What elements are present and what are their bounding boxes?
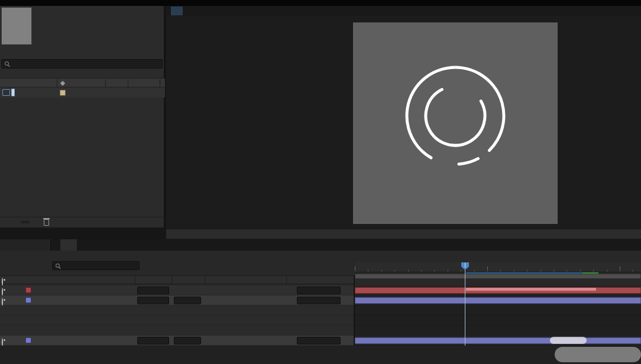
trkmat-dropdown[interactable] xyxy=(174,297,201,304)
timeline-column-header xyxy=(0,275,354,284)
parent-dropdown[interactable] xyxy=(297,287,341,294)
project-footer-toolbar xyxy=(0,217,165,227)
timeline-empty-area xyxy=(0,346,641,364)
comp-thumbnail xyxy=(1,7,32,45)
after-effects-window xyxy=(0,0,641,364)
search-icon xyxy=(4,61,10,67)
layer-label-chip[interactable] xyxy=(25,287,31,293)
layer-bar[interactable] xyxy=(355,297,641,304)
type-tag-icon xyxy=(60,81,65,86)
layer-bar[interactable] xyxy=(355,287,641,294)
property-row-offset[interactable] xyxy=(0,326,641,336)
color-depth-label[interactable] xyxy=(21,221,30,223)
layer-row-2[interactable] xyxy=(0,295,641,306)
keyframe-track[interactable] xyxy=(355,306,641,316)
property-row-start[interactable] xyxy=(0,306,641,316)
keyframe-track[interactable] xyxy=(355,326,641,336)
delete-icon[interactable] xyxy=(44,219,49,226)
timeline-ruler[interactable] xyxy=(355,262,641,272)
eye-column-icon xyxy=(2,278,3,286)
layer-row-1[interactable] xyxy=(0,285,641,295)
parent-dropdown[interactable] xyxy=(297,337,341,344)
layer-track[interactable] xyxy=(355,295,641,306)
composition-canvas[interactable] xyxy=(166,16,641,229)
list-track-divider[interactable] xyxy=(354,275,355,346)
blend-mode-dropdown[interactable] xyxy=(137,337,169,344)
project-search-input[interactable] xyxy=(1,59,163,69)
watermark-artifact xyxy=(555,347,641,362)
timeline-tab-bar xyxy=(0,239,641,251)
visibility-eye-icon[interactable] xyxy=(2,338,3,346)
search-icon xyxy=(55,263,61,269)
layer-bar-highlight xyxy=(466,288,596,291)
composition-viewer-panel xyxy=(166,6,641,239)
viewer-toolbar xyxy=(166,229,641,239)
composition-frame xyxy=(353,22,558,224)
loading-spinner-graphic xyxy=(353,22,558,224)
playhead-line[interactable] xyxy=(465,262,465,346)
project-panel xyxy=(0,6,165,228)
parent-dropdown[interactable] xyxy=(297,297,341,304)
blend-mode-dropdown[interactable] xyxy=(137,297,169,304)
visibility-eye-icon[interactable] xyxy=(2,298,3,306)
layer-label-chip[interactable] xyxy=(25,297,31,303)
selection-highlight-artifact xyxy=(550,337,587,344)
trkmat-dropdown[interactable] xyxy=(174,337,201,344)
item-name-field[interactable] xyxy=(11,89,15,96)
keyframe-track[interactable] xyxy=(355,316,641,326)
viewer-tab-bar xyxy=(166,6,641,16)
layer-bar[interactable] xyxy=(355,337,641,344)
layer-track[interactable] xyxy=(355,336,641,346)
timeline-search-input[interactable] xyxy=(52,261,140,270)
visibility-eye-icon[interactable] xyxy=(2,288,3,296)
project-item-row[interactable] xyxy=(0,87,165,98)
property-row-end[interactable] xyxy=(0,316,641,326)
blend-mode-dropdown[interactable] xyxy=(137,287,169,294)
tab-render-queue[interactable] xyxy=(0,239,51,251)
tab-composition[interactable] xyxy=(60,239,77,251)
composition-item-icon xyxy=(2,89,10,96)
viewer-tab[interactable] xyxy=(171,6,183,15)
layer-label-chip[interactable] xyxy=(25,337,31,343)
window-titlebar xyxy=(0,0,641,6)
type-color-chip xyxy=(60,90,66,96)
work-area-bar[interactable] xyxy=(355,274,641,279)
project-table-header xyxy=(0,78,165,87)
timeline-panel xyxy=(0,239,641,364)
layer-row-3[interactable] xyxy=(0,336,641,346)
